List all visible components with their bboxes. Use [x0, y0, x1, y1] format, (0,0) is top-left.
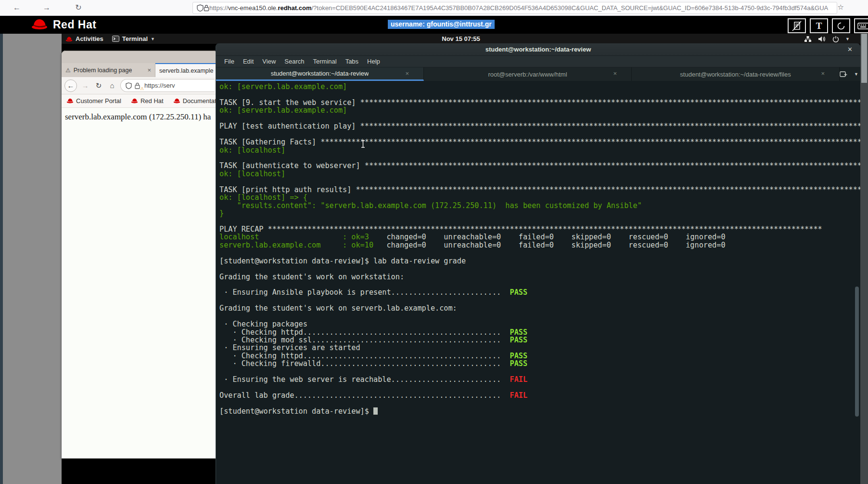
activities-label: Activities	[76, 35, 103, 42]
terminal-line: TASK [Gathering Facts] *****************…	[219, 138, 860, 146]
terminal-line	[219, 178, 860, 185]
tab-list-chevron-icon[interactable]: ▼	[854, 72, 858, 77]
page-content: serverb.lab.example.com (172.25.250.11) …	[62, 108, 217, 458]
screen: ← → ↻ https://vnc-emea150.ole.redhat.com…	[0, 0, 868, 484]
back-button[interactable]: ←	[64, 79, 77, 92]
bookmark-item[interactable]: Customer Portal	[66, 97, 121, 105]
back-button[interactable]: ←	[11, 1, 23, 14]
firefox-titlebar[interactable]	[62, 51, 217, 63]
reload-button[interactable]: ↻	[93, 80, 104, 91]
forward-button[interactable]: →	[80, 80, 90, 91]
terminal-tab[interactable]: student@workstation:~/data-review×	[216, 67, 424, 81]
terminal-line: PLAY [test authentication play] ********…	[219, 122, 860, 130]
terminal-line	[219, 91, 860, 98]
terminal-titlebar[interactable]: student@workstation:~/data-review ✕	[216, 43, 860, 56]
terminal-line	[219, 115, 860, 122]
terminal-tab-label: student@workstation:~/data-review/files	[680, 71, 791, 78]
chevron-down-icon: ▼	[151, 37, 155, 41]
activities-button[interactable]: Activities	[65, 34, 103, 44]
terminal-line: Grading the student's work on serverb.la…	[219, 304, 860, 312]
terminal-line	[219, 265, 860, 273]
terminal-line	[219, 131, 860, 138]
address-bar[interactable]: https://vnc-emea150.ole.redhat.com/?toke…	[192, 2, 837, 14]
terminal-tab-label: root@serverb:/var/www/html	[488, 71, 567, 78]
clock[interactable]: Nov 15 07:55	[442, 34, 480, 44]
keyboard-icon[interactable]	[854, 18, 868, 33]
terminal-line: TASK [9. start the web service] ********…	[219, 99, 860, 106]
shield-icon	[126, 82, 132, 89]
menu-edit[interactable]: Edit	[239, 58, 258, 65]
terminal-line: ok: [localhost] => {	[219, 194, 860, 201]
terminal-line	[219, 313, 860, 320]
terminal-line	[219, 384, 860, 392]
terminal-line: · Checking firewalld....................…	[219, 360, 860, 367]
firefox-window[interactable]: ⚠ Problem loading page × serverb.lab.exa…	[62, 51, 217, 458]
terminal-line: }	[219, 209, 860, 217]
terminal-line: Grading the student's work on workstatio…	[219, 273, 860, 281]
tab-close-icon[interactable]: ×	[613, 70, 617, 77]
page-scrollbar[interactable]	[860, 34, 868, 484]
terminal-output[interactable]: ok: [serverb.lab.example.com]TASK [9. st…	[216, 81, 860, 484]
terminal-line: PLAY RECAP *****************************…	[219, 225, 860, 233]
terminal-line: ok: [localhost]	[219, 170, 860, 178]
terminal-tab[interactable]: student@workstation:~/data-review/files×	[632, 67, 840, 81]
forward-button[interactable]: →	[40, 1, 53, 14]
terminal-line: · Checking packages	[219, 320, 860, 328]
terminal-line: ok: [serverb.lab.example.com]	[219, 83, 860, 91]
page-text: serverb.lab.example.com (172.25.250.11) …	[62, 108, 217, 122]
menu-tabs[interactable]: Tabs	[341, 58, 363, 65]
terminal-line	[219, 154, 860, 162]
terminal-line: [student@workstation data-review]$	[219, 407, 860, 415]
terminal-scrollbar-thumb[interactable]	[855, 287, 859, 417]
terminal-line: Overall lab grade.......................…	[219, 392, 860, 399]
terminal-tabs: student@workstation:~/data-review×root@s…	[216, 67, 840, 81]
tab-label: Problem loading page	[74, 67, 132, 74]
firefox-tabstrip: ⚠ Problem loading page × serverb.lab.exa…	[62, 63, 217, 77]
clipboard-disabled-icon[interactable]	[788, 18, 806, 33]
new-tab-icon[interactable]	[840, 71, 847, 78]
rotate-icon[interactable]	[832, 18, 850, 33]
desktop: ⚠ Problem loading page × serverb.lab.exa…	[62, 44, 860, 484]
firefox-tab-problem[interactable]: ⚠ Problem loading page ×	[62, 63, 155, 77]
app-menu-terminal[interactable]: Terminal ▼	[112, 34, 155, 44]
bookmark-item[interactable]: Red Hat	[131, 97, 164, 105]
system-status-area[interactable]: ▼	[804, 34, 850, 44]
tab-close-icon[interactable]: ×	[821, 70, 825, 77]
home-button[interactable]: ⌂	[107, 80, 117, 91]
terminal-cursor	[373, 407, 378, 415]
page-letterbox	[0, 34, 62, 484]
lab-header: Red Hat username: gfountis@inttrust.gr T	[0, 16, 868, 34]
redhat-mini-icon	[65, 36, 73, 42]
reload-button[interactable]: ↻	[72, 1, 85, 14]
menu-view[interactable]: View	[258, 58, 280, 65]
chevron-down-icon: ▼	[845, 37, 850, 41]
brand-name: Red Hat	[53, 18, 96, 31]
tab-close-icon[interactable]: ×	[147, 66, 151, 74]
terminal-tabbar: student@workstation:~/data-review×root@s…	[216, 67, 860, 81]
terminal-line	[219, 281, 860, 288]
terminal-line: · Ensuring services are started	[219, 344, 860, 352]
firefox-tab-serverb[interactable]: serverb.lab.example.	[155, 63, 217, 77]
username-badge: username: gfountis@inttrust.gr	[388, 20, 495, 29]
terminal-window[interactable]: student@workstation:~/data-review ✕ File…	[216, 43, 860, 484]
terminal-line: TASK [authenticate to webserver] *******…	[219, 162, 860, 170]
app-menu-label: Terminal	[122, 35, 148, 42]
menu-search[interactable]: Search	[280, 58, 308, 65]
guac-toolbar: T	[788, 18, 868, 33]
menu-help[interactable]: Help	[363, 58, 384, 65]
terminal-line	[219, 217, 860, 225]
bookmark-star-icon[interactable]: ☆	[838, 3, 844, 12]
bookmark-item[interactable]: Documentation	[173, 97, 217, 105]
terminal-line	[219, 400, 860, 407]
address-bar[interactable]: ⚠ https://serv	[120, 79, 215, 92]
menu-terminal[interactable]: Terminal	[309, 58, 341, 65]
terminal-line: · Ensuring Ansible playbook is present..…	[219, 288, 860, 296]
terminal-tab[interactable]: root@serverb:/var/www/html×	[424, 67, 632, 81]
terminal-tab-label: student@workstation:~/data-review	[271, 70, 369, 77]
menu-file[interactable]: File	[220, 58, 239, 65]
tab-close-icon[interactable]: ×	[405, 70, 409, 77]
text-input-icon[interactable]: T	[810, 18, 828, 33]
terminal-line: · Ensuring the web server is reachable..…	[219, 376, 860, 383]
terminal-line	[219, 249, 860, 257]
close-icon[interactable]: ✕	[847, 43, 853, 56]
